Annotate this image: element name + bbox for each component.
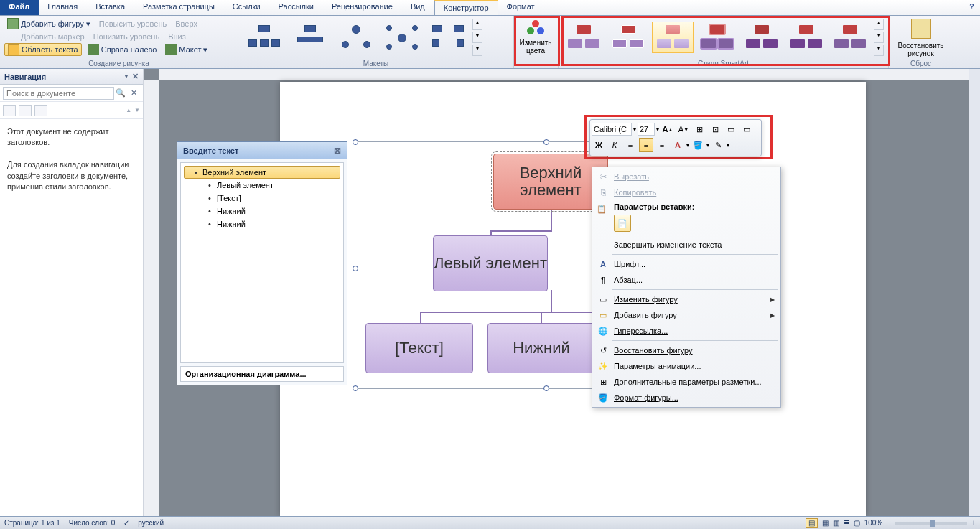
styles-expand[interactable]: ▾: [874, 45, 884, 56]
text-pane-button[interactable]: Область текста: [4, 43, 82, 56]
layout-thumb-3[interactable]: [335, 22, 378, 53]
status-words[interactable]: Число слов: 0: [69, 519, 115, 527]
move-down-button[interactable]: Вниз: [165, 30, 189, 43]
text-item-4[interactable]: Нижний: [184, 217, 340, 230]
demote-button[interactable]: Понизить уровень: [90, 30, 163, 43]
layout-thumb-2[interactable]: [289, 22, 332, 53]
move-up-button[interactable]: Вверх: [172, 17, 200, 30]
status-page[interactable]: Страница: 1 из 1: [4, 519, 60, 527]
styles-scroll-up[interactable]: ▲: [874, 19, 884, 30]
smartart-top-shape[interactable]: Верхний элемент: [493, 154, 608, 210]
cm-paragraph[interactable]: ¶Абзац...: [594, 272, 779, 288]
align-left-button[interactable]: ≡: [623, 138, 638, 152]
send-back-button[interactable]: ▭: [724, 122, 738, 136]
tab-page-layout[interactable]: Разметка страницы: [134, 0, 224, 15]
view-read-button[interactable]: ▦: [822, 519, 829, 527]
cm-copy[interactable]: ⎘Копировать: [594, 184, 779, 200]
shrink-font-button[interactable]: A▼: [676, 122, 691, 136]
smartart-b1-shape[interactable]: [Текст]: [365, 323, 473, 373]
text-panel-header[interactable]: Введите текст ⊠: [177, 142, 347, 159]
style-thumb-4[interactable]: [696, 22, 738, 53]
add-bullet-button[interactable]: Добавить маркер: [4, 30, 88, 43]
layout-button[interactable]: Макет ▾: [162, 43, 210, 56]
cm-layout-params[interactable]: ⊞Дополнительные параметры разметки...: [594, 374, 779, 390]
view-results-button[interactable]: [34, 105, 47, 116]
paste-option-1[interactable]: 📄: [614, 215, 631, 232]
view-draft-button[interactable]: ▢: [854, 519, 860, 527]
fill-color-button[interactable]: 🪣: [691, 138, 705, 152]
reset-button[interactable]: Восстановить рисунок: [893, 17, 948, 57]
status-proofing-icon[interactable]: ✓: [123, 519, 129, 527]
search-input[interactable]: [3, 87, 114, 100]
style-thumb-3[interactable]: [652, 22, 694, 53]
style-thumb-5[interactable]: [741, 22, 783, 53]
bold-button[interactable]: Ж: [592, 138, 606, 152]
fit-button-1[interactable]: ⊞: [692, 122, 706, 136]
style-thumb-7[interactable]: [830, 22, 872, 53]
text-item-3[interactable]: Нижний: [184, 205, 340, 217]
change-colors-button[interactable]: Изменить цвета: [515, 17, 556, 56]
view-print-button[interactable]: ▤: [806, 518, 818, 528]
search-close-icon[interactable]: ✕: [127, 88, 140, 98]
text-panel-footer[interactable]: Организационная диаграмма...: [180, 366, 344, 382]
text-item-1[interactable]: Левый элемент: [184, 179, 340, 192]
cm-anim-params[interactable]: ✨Параметры анимации...: [594, 358, 779, 374]
layouts-expand[interactable]: ▾: [472, 45, 482, 56]
view-web-button[interactable]: ▥: [833, 519, 839, 527]
tab-format[interactable]: Формат: [498, 0, 544, 15]
zoom-in-button[interactable]: +: [971, 519, 976, 527]
styles-scroll-down[interactable]: ▼: [874, 32, 884, 43]
view-outline-button[interactable]: ≣: [844, 519, 849, 527]
cm-add-shape[interactable]: ▭Добавить фигуру▶: [594, 307, 779, 323]
rtl-button[interactable]: Справа налево: [85, 43, 160, 56]
tab-view[interactable]: Вид: [402, 0, 434, 15]
align-center-button[interactable]: ≡: [639, 138, 653, 152]
horizontal-ruler[interactable]: [159, 69, 969, 80]
style-thumb-2[interactable]: [607, 22, 649, 53]
outline-color-button[interactable]: ✎: [711, 138, 725, 152]
status-language[interactable]: русский: [138, 519, 164, 527]
view-pages-button[interactable]: [19, 105, 32, 116]
cm-font[interactable]: АШрифт...: [594, 256, 779, 272]
layouts-scroll-up[interactable]: ▲: [472, 19, 482, 30]
layout-thumb-1[interactable]: [243, 22, 286, 53]
align-right-button[interactable]: ≡: [655, 138, 669, 152]
smartart-b2-shape[interactable]: Нижний: [487, 323, 595, 373]
style-thumb-6[interactable]: [785, 22, 827, 53]
tab-references[interactable]: Ссылки: [224, 0, 270, 15]
cm-change-shape[interactable]: ▭Изменить фигуру▶: [594, 291, 779, 307]
text-item-0[interactable]: Верхний элемент: [184, 166, 340, 179]
vertical-scrollbar[interactable]: [969, 69, 980, 516]
font-color-button[interactable]: А: [671, 138, 685, 152]
nav-dropdown-icon[interactable]: ▼: [123, 73, 129, 80]
tab-mailings[interactable]: Рассылки: [270, 0, 323, 15]
bring-front-button[interactable]: ▭: [739, 122, 754, 136]
promote-button[interactable]: Повысить уровень: [96, 17, 170, 30]
zoom-slider[interactable]: [895, 522, 967, 525]
help-icon[interactable]: ?: [963, 0, 980, 15]
zoom-out-button[interactable]: −: [887, 519, 891, 527]
font-size-input[interactable]: [638, 123, 655, 136]
grow-font-button[interactable]: A▲: [661, 122, 675, 136]
layouts-scroll-down[interactable]: ▼: [472, 32, 482, 43]
font-name-input[interactable]: [592, 123, 632, 136]
layout-thumb-4[interactable]: [381, 22, 424, 53]
tab-file[interactable]: Файл: [0, 0, 39, 15]
tab-design[interactable]: Конструктор: [434, 0, 498, 15]
tab-review[interactable]: Рецензирование: [323, 0, 402, 15]
cm-format-shape[interactable]: 🪣Формат фигуры...: [594, 390, 779, 406]
add-shape-button[interactable]: Добавить фигуру ▾: [4, 17, 93, 30]
fit-button-2[interactable]: ⊡: [708, 122, 722, 136]
vertical-ruler[interactable]: [144, 80, 159, 516]
tab-home[interactable]: Главная: [39, 0, 87, 15]
cm-restore-shape[interactable]: ↺Восстановить фигуру: [594, 342, 779, 358]
search-icon[interactable]: 🔍: [114, 88, 127, 98]
view-headings-button[interactable]: [3, 105, 16, 116]
tab-insert[interactable]: Вставка: [87, 0, 134, 15]
cm-finish-edit[interactable]: Завершить изменение текста: [594, 237, 779, 253]
cm-cut[interactable]: ✂Вырезать: [594, 169, 779, 184]
text-item-2[interactable]: [Текст]: [184, 192, 340, 205]
smartart-left-shape[interactable]: Левый элемент: [433, 235, 548, 291]
zoom-value[interactable]: 100%: [864, 519, 883, 527]
text-panel-close-icon[interactable]: ⊠: [334, 146, 341, 156]
